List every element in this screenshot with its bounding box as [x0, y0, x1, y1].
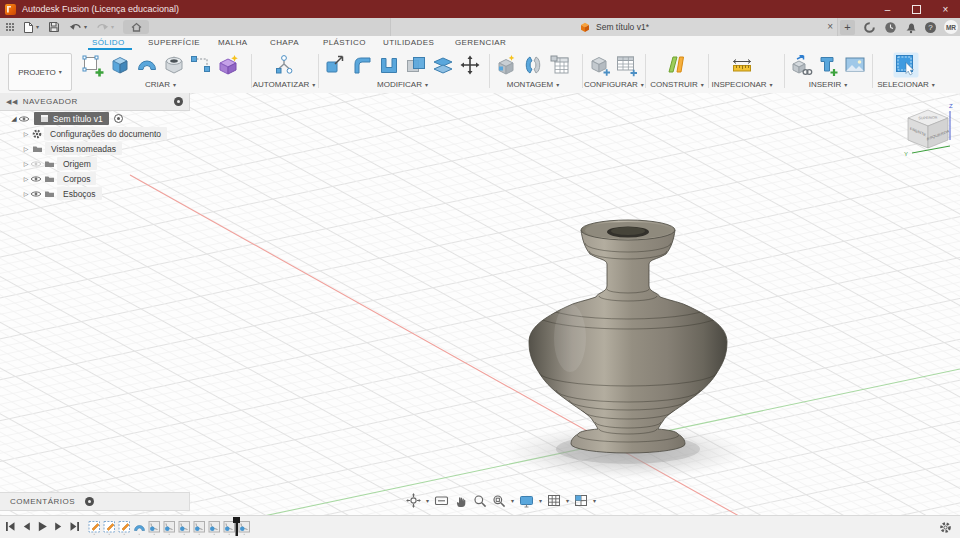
extrude-button[interactable] [107, 52, 133, 78]
minimize-button[interactable]: – [873, 0, 902, 18]
timeline-sketch-feature[interactable] [103, 520, 116, 535]
document-tab[interactable]: Sem título v1* × [390, 18, 838, 36]
tree-root-row[interactable]: ◢ Sem título v1 [0, 112, 167, 125]
fit-view-icon[interactable] [492, 494, 506, 508]
eye-icon[interactable] [18, 115, 30, 123]
close-button[interactable]: × [931, 0, 960, 18]
tab-utilidades[interactable]: UTILIDADES [383, 38, 434, 47]
viewports-dropdown-caret[interactable]: ▾ [593, 498, 596, 504]
grid-dropdown-caret[interactable]: ▾ [566, 498, 569, 504]
file-menu-button[interactable]: ▾ [23, 21, 39, 34]
inserir-dropdown[interactable]: INSERIR▾ [809, 80, 847, 89]
tab-plastico[interactable]: PLÁSTICO [323, 38, 366, 47]
maximize-button[interactable] [902, 0, 931, 18]
fit-dropdown-caret[interactable]: ▾ [511, 498, 514, 504]
expand-icon[interactable]: ▷ [22, 130, 30, 137]
panel-options-icon[interactable] [85, 497, 94, 506]
tree-item-sketches[interactable]: ▷ Esboços [0, 187, 167, 200]
new-tab-button[interactable]: + [840, 20, 855, 35]
extensions-icon[interactable] [863, 21, 876, 34]
tab-superficie[interactable]: SUPERFÍCIE [148, 38, 200, 47]
timeline-sketch-feature[interactable] [88, 520, 101, 535]
timeline-sketch-feature[interactable] [118, 520, 131, 535]
collapse-panel-icon[interactable]: ◀◀ [6, 98, 18, 106]
panel-options-icon[interactable] [174, 97, 183, 106]
pattern-button[interactable] [188, 52, 214, 78]
configure-button[interactable] [587, 52, 613, 78]
automatizar-dropdown[interactable]: AUTOMATIZAR▾ [253, 80, 316, 89]
timeline-settings-gear-icon[interactable] [939, 521, 952, 534]
tree-item-named-views[interactable]: ▷ Vistas nomeadas [0, 142, 167, 155]
insert-fastener-button[interactable] [815, 52, 841, 78]
zoom-icon[interactable] [473, 494, 487, 508]
configuration-table-button[interactable] [614, 52, 640, 78]
expand-icon[interactable]: ◢ [10, 115, 18, 123]
home-button[interactable] [123, 20, 149, 34]
step-forward-button[interactable] [54, 521, 63, 532]
timeline-fillet-feature[interactable] [163, 520, 176, 535]
expand-icon[interactable]: ▷ [22, 145, 30, 152]
create-form-button[interactable] [215, 52, 241, 78]
joint-button[interactable] [520, 52, 546, 78]
eye-icon[interactable] [30, 160, 42, 168]
split-body-button[interactable] [430, 52, 456, 78]
job-status-icon[interactable] [884, 21, 897, 34]
eye-icon[interactable] [30, 190, 42, 198]
play-button[interactable] [37, 521, 48, 532]
hole-button[interactable] [161, 52, 187, 78]
display-dropdown-caret[interactable]: ▾ [539, 498, 542, 504]
create-sketch-button[interactable] [80, 52, 106, 78]
grid-settings-icon[interactable] [547, 494, 561, 507]
expand-icon[interactable]: ▷ [22, 160, 30, 167]
modificar-dropdown[interactable]: MODIFICAR▾ [377, 80, 428, 89]
viewport-3d[interactable]: ◀◀ NAVEGADOR ◢ Sem título v1 ▷ C [0, 93, 960, 515]
app-grid-icon[interactable] [6, 23, 14, 31]
expand-icon[interactable]: ▷ [22, 190, 30, 197]
tab-close-icon[interactable]: × [827, 20, 833, 34]
timeline-fillet-feature[interactable] [148, 520, 161, 535]
ground-target-icon[interactable] [113, 113, 124, 124]
press-pull-button[interactable] [322, 52, 348, 78]
projeto-button[interactable]: PROJETO▾ [8, 53, 72, 91]
construct-plane-button[interactable] [664, 52, 690, 78]
tab-malha[interactable]: MALHA [218, 38, 248, 47]
view-cube[interactable]: SUPERIOR FRENTE ESQUERDA Z Y [898, 101, 958, 159]
tree-item-doc-settings[interactable]: ▷ Configurações do documento [0, 127, 167, 140]
montagem-dropdown[interactable]: MONTAGEM▾ [507, 80, 560, 89]
tree-item-origin[interactable]: ▷ Origem [0, 157, 167, 170]
tab-chapa[interactable]: CHAPA [270, 38, 299, 47]
tree-item-bodies[interactable]: ▷ Corpos [0, 172, 167, 185]
timeline-revolve-feature[interactable] [133, 520, 146, 535]
timeline-fillet-feature[interactable] [208, 520, 221, 535]
measure-button[interactable] [729, 52, 755, 78]
display-settings-icon[interactable] [519, 494, 534, 508]
navigator-header[interactable]: ◀◀ NAVEGADOR [0, 93, 190, 111]
eye-icon[interactable] [30, 175, 42, 183]
construir-dropdown[interactable]: CONSTRUIR▾ [650, 80, 704, 89]
comments-panel[interactable]: COMENTÁRIOS [0, 492, 190, 511]
shell-button[interactable] [376, 52, 402, 78]
criar-dropdown[interactable]: CRIAR▾ [145, 80, 176, 89]
inspecionar-dropdown[interactable]: INSPECIONAR▾ [711, 80, 772, 89]
go-to-start-button[interactable] [5, 521, 16, 532]
bom-button[interactable] [547, 52, 573, 78]
selecionar-dropdown[interactable]: SELECIONAR▾ [877, 80, 935, 89]
viewports-icon[interactable] [574, 494, 588, 507]
new-component-button[interactable] [493, 52, 519, 78]
root-document-item[interactable]: Sem título v1 [34, 112, 109, 125]
expand-icon[interactable]: ▷ [22, 175, 30, 182]
insert-derive-button[interactable] [788, 52, 814, 78]
move-button[interactable] [457, 52, 483, 78]
go-to-end-button[interactable] [69, 521, 80, 532]
configurar-dropdown[interactable]: CONFIGURAR▾ [584, 80, 644, 89]
revolve-button[interactable] [134, 52, 160, 78]
timeline-fillet-feature[interactable] [178, 520, 191, 535]
look-at-icon[interactable] [434, 494, 449, 507]
step-back-button[interactable] [22, 521, 31, 532]
orbit-dropdown-caret[interactable]: ▾ [426, 498, 429, 504]
timeline-playhead[interactable] [233, 517, 241, 537]
tab-solido[interactable]: SÓLIDO [92, 38, 125, 47]
user-avatar[interactable]: MR [944, 20, 958, 34]
notifications-bell-icon[interactable] [905, 21, 917, 34]
orbit-icon[interactable] [406, 493, 421, 508]
